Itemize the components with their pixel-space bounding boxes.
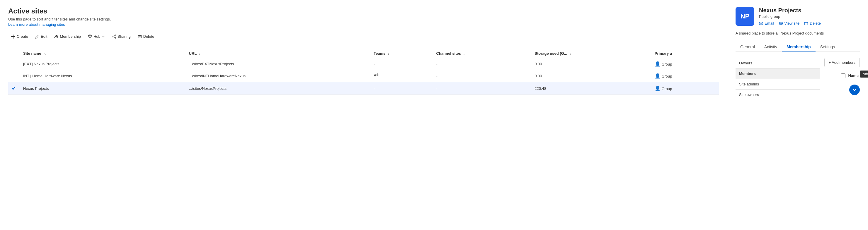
tab-activity[interactable]: Activity [760,42,782,52]
hub-button[interactable]: Hub [85,33,108,40]
cell-url: .../sites/INTHomeHardwareNexus... [185,70,370,82]
cell-channel-sites: - [433,58,531,70]
teams-icon [374,73,379,78]
scroll-down-button[interactable] [849,84,860,95]
col-storage[interactable]: Storage used (G... ↓ [531,49,651,58]
add-members-tooltip: Add members [860,71,868,78]
cell-primary: 👤 Group [651,58,719,70]
category-list: Owners Members Site admins Site owners [736,58,820,100]
cell-teams: - [370,58,433,70]
email-icon [759,22,763,26]
org-name: Nexus Projects [759,7,860,14]
sort-icon: ↑↓ [43,52,46,55]
org-description: A shared place to store all Nexus Projec… [736,31,860,36]
tab-membership[interactable]: Membership [782,42,815,52]
col-check [8,49,20,58]
sharing-icon [112,35,116,39]
col-primary: Primary a [651,49,719,58]
cell-storage: 0.00 [531,58,651,70]
svg-point-12 [115,35,116,36]
chevron-down-icon [102,35,105,38]
col-teams[interactable]: Teams ↓ [370,49,433,58]
col-url[interactable]: URL ↓ [185,49,370,58]
sort-storage-icon: ↓ [569,52,571,55]
add-members-button[interactable]: + Add members [824,58,860,67]
svg-rect-7 [91,35,92,36]
toolbar: Create Edit Membership Hub Sharing Delet… [8,33,719,44]
org-avatar: NP [736,7,754,26]
sites-table-wrapper: Site name ↑↓ URL ↓ Teams ↓ Channel sites… [8,49,719,95]
hub-icon [88,35,92,39]
create-button[interactable]: Create [8,33,31,40]
row-check-cell: ✔ [8,82,20,95]
svg-line-16 [113,37,115,37]
tab-settings[interactable]: Settings [815,42,840,52]
select-all-checkbox[interactable] [841,73,845,78]
learn-more-link[interactable]: Learn more about managing sites [8,22,65,27]
svg-point-3 [57,35,58,36]
org-type: Public group [759,14,860,19]
person-icon: 👤 [655,62,660,67]
chevron-down-blue-icon [852,87,857,92]
sharing-button[interactable]: Sharing [109,33,134,40]
cell-url: .../sites/NexusProjects [185,82,370,95]
category-site-admins[interactable]: Site admins [736,79,820,89]
table-row[interactable]: [EXT] Nexus Projects.../sites/EXTNexusPr… [8,58,719,70]
svg-rect-30 [805,22,808,25]
cell-storage: 0.00 [531,70,651,82]
panel-tabs: General Activity Membership Settings [736,42,860,52]
svg-point-13 [112,36,114,37]
cell-site-name: INT | Home Hardware Nexus ... [20,70,185,82]
svg-point-14 [115,37,116,38]
cell-channel-sites: - [433,70,531,82]
delete-button[interactable]: Delete [135,33,157,40]
org-actions: Email View site Delete [759,21,860,26]
category-members[interactable]: Members [736,69,820,79]
svg-rect-23 [377,74,378,76]
table-row[interactable]: INT | Home Hardware Nexus ....../sites/I… [8,70,719,82]
category-owners[interactable]: Owners [736,58,820,69]
row-check-cell [8,58,20,70]
sort-url-icon: ↓ [199,52,201,55]
svg-point-2 [55,35,57,36]
email-button[interactable]: Email [759,21,774,26]
svg-point-24 [374,74,376,75]
plus-icon [11,35,15,39]
category-site-owners[interactable]: Site owners [736,89,820,100]
name-col-header: Name [848,73,859,78]
sort-teams-icon: ↓ [388,52,390,55]
delete-icon [138,35,142,39]
org-info: Nexus Projects Public group Email View s… [759,7,860,26]
tab-general[interactable]: General [736,42,760,52]
cell-primary: 👤 Group [651,70,719,82]
page-title: Active sites [8,7,719,15]
cell-primary: 👤 Group [651,82,719,95]
cell-storage: 220.48 [531,82,651,95]
cell-teams [370,70,433,82]
cell-site-name: Nexus Projects [20,82,185,95]
cell-teams: - [370,82,433,95]
panel-delete-button[interactable]: Delete [804,21,821,26]
table-row[interactable]: ✔Nexus Projects.../sites/NexusProjects--… [8,82,719,95]
members-actions: + Add members Add members Name [824,58,860,95]
cell-url: .../sites/EXTNexusProjects [185,58,370,70]
left-panel: Active sites Use this page to sort and f… [0,0,727,230]
org-header: NP Nexus Projects Public group Email Vie… [736,7,860,26]
edit-button[interactable]: Edit [32,33,50,40]
svg-point-25 [377,73,378,74]
view-site-icon [779,22,783,26]
svg-rect-17 [138,35,141,38]
svg-rect-26 [759,22,763,25]
edit-icon [35,35,39,39]
cell-channel-sites: - [433,82,531,95]
col-site-name[interactable]: Site name ↑↓ [20,49,185,58]
membership-section: Owners Members Site admins Site owners +… [736,58,860,100]
sites-table: Site name ↑↓ URL ↓ Teams ↓ Channel sites… [8,49,719,95]
membership-button[interactable]: Membership [51,33,84,40]
view-site-button[interactable]: View site [779,21,800,26]
svg-rect-4 [88,35,89,36]
svg-rect-6 [89,37,91,37]
svg-line-15 [113,35,115,36]
person-icon: 👤 [655,73,660,78]
col-channel-sites[interactable]: Channel sites ↓ [433,49,531,58]
